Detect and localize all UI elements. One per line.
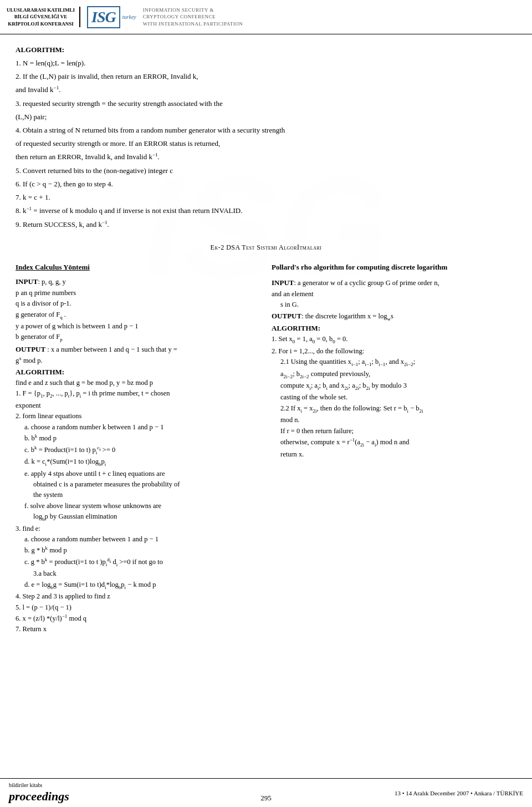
input-label: INPUT <box>16 277 38 286</box>
title-turkish: ULUSLARARASI KATILIMLI BİLGİ GÜVENLİĞİ V… <box>7 7 80 28</box>
footer-page-number: 295 <box>260 794 272 803</box>
algo-item-4b: of requested security strength or more. … <box>16 138 516 149</box>
left-algo-3c2: 3.a back <box>16 569 260 579</box>
algo-item-1: 1. N = len(q);L = len(p). <box>16 58 516 69</box>
left-algo-2: 2. form linear equations <box>16 411 260 422</box>
left-input-line: INPUT: p, q, g, y <box>16 276 260 287</box>
right-algo-1: 1. Set x0 = 1, a0 = 0, b0 = 0. <box>272 334 516 346</box>
footer-proceedings: proceedings <box>9 789 69 805</box>
output-label: OUTPUT <box>16 345 45 353</box>
right-algo-2: 2. For i = 1,2..., do the following: <box>272 346 516 357</box>
algo-item-3: 3. requested security strength = the sec… <box>16 98 516 109</box>
left-column: Index Calculus Yöntemi INPUT: p, q, g, y… <box>16 262 260 635</box>
right-output-label: OUTPUT <box>272 312 301 320</box>
right-input-line2: and an element <box>272 289 516 300</box>
title-english: INFORMATION SECURITY & CRYPTOLOGY CONFER… <box>143 7 243 28</box>
left-algo-6: 6. x = (z/l) *(y/l)−1 mod q <box>16 613 260 625</box>
ek2-section-heading: Ek-2 DSA Test Sistemi Algorİtmalari <box>16 243 516 252</box>
right-heading: Pollard's rho algorithm for computing di… <box>272 262 516 273</box>
algo-item-2b: and Invalid k−1. <box>16 84 516 95</box>
left-algo-2d: d. k = ci*(Sum(i=1 to t)logbpi <box>16 456 260 468</box>
isg-turkey: turkey <box>122 14 136 20</box>
right-algo-2-1d: casting of the whole set. <box>272 392 516 403</box>
page-footer: bildiriler kitabı proceedings 295 13 • 1… <box>0 778 532 807</box>
left-algo-2c: c. bk = Product(i=1 to t) pici >= 0 <box>16 444 260 457</box>
left-subsection-title: Index Calculus Yöntemi <box>16 262 260 273</box>
left-output-line: OUTPUT : x a number between 1 and q − 1 … <box>16 344 260 355</box>
algo-item-8: 8. k−1 = inverse of k modulo q and if in… <box>16 205 516 216</box>
left-algo-2f: f. solve above linear system whose unkno… <box>16 501 260 511</box>
left-algo-2b: b. bk mod p <box>16 433 260 444</box>
footer-right: 13 • 14 Aralık December 2007 • Ankara / … <box>395 790 523 796</box>
footer-month-en: December 2007 <box>430 790 469 796</box>
left-input-item-5: b generator of Fp <box>16 332 260 343</box>
left-input-item-4: y a power of g which is between 1 and p … <box>16 321 260 332</box>
right-output-line: OUTPUT: the discrete logarithm x = logws <box>272 311 516 323</box>
page-header: ULUSLARARASI KATILIMLI BİLGİ GÜVENLİĞİ V… <box>0 0 532 34</box>
left-algo-1: 1. F = {p1, p2, ..., pt}, pi = i th prim… <box>16 388 260 400</box>
algo-item-4c: then return an ERROR, Invalid k, and Inv… <box>16 151 516 163</box>
left-algo-find: find e and z such that g = be mod p, y =… <box>16 378 260 388</box>
main-content: ALGORITHM: 1. N = len(q);L = len(p). 2. … <box>0 34 532 679</box>
left-algo-2e3: the system <box>16 490 260 500</box>
left-algo-4: 4. Step 2 and 3 is applied to find z <box>16 591 260 602</box>
left-algo-7: 7. Return x <box>16 624 260 635</box>
left-algo-2e2: obtained c is a parameter measures the p… <box>16 479 260 490</box>
isg-logo: ISG <box>87 6 120 28</box>
right-algo-otherwise: otherwise, compute x = r−1(a2i − ai) mod… <box>272 437 516 449</box>
algo-item-4: 4. Obtain a string of N returned bits fr… <box>16 125 516 136</box>
left-algo-1b: exponent <box>16 400 260 411</box>
footer-label: bildiriler kitabı <box>9 781 69 789</box>
left-input-item-3: g generator of Fq . <box>16 309 260 321</box>
left-algo-label: ALGORITHM: <box>16 367 260 378</box>
left-algo-2a: a. choose a random number k between 1 an… <box>16 422 260 433</box>
algo-heading: ALGORITHM: <box>16 45 64 54</box>
left-input-item-2: q is a divisor of p-1. <box>16 298 260 309</box>
left-algo-3c: c. g * bk = product(i=1 to t )pidi di >=… <box>16 556 260 569</box>
right-algo-2-1c: compute xi; ai; bi and x2i; a2i; b2i by … <box>272 380 516 392</box>
left-algo-3a: a. choose a random number between 1 and … <box>16 534 260 545</box>
right-algo-2-1: 2.1 Using the quantities xi−1; ai−1; bi−… <box>272 357 516 368</box>
right-input-line: INPUT: a generator w of a cyclic group G… <box>272 277 516 288</box>
footer-left: bildiriler kitabı proceedings <box>9 781 69 805</box>
left-algo-3b: b. g * bk mod p <box>16 545 260 556</box>
left-algo-2f2: logbp by Gaussian elimination <box>16 511 260 523</box>
right-algo-return: return x. <box>272 449 516 460</box>
algorithm-section: ALGORITHM: 1. N = len(q);L = len(p). 2. … <box>16 44 516 230</box>
left-algo-3: 3. find e: <box>16 524 260 534</box>
right-algo-label: ALGORITHM: <box>272 323 516 334</box>
right-algo-if: If r = 0 then return failure; <box>272 426 516 437</box>
algo-item-3b: (L,N) pair; <box>16 111 516 123</box>
left-input-item-1: p an q prime numbers <box>16 288 260 298</box>
left-output-line2: gx mod p. <box>16 355 260 367</box>
right-input-label: INPUT <box>272 278 294 287</box>
two-col-section: Index Calculus Yöntemi INPUT: p, q, g, y… <box>16 262 516 635</box>
right-algo-2-1b: a2i−2; b2i−2 computed previously, <box>272 369 516 380</box>
algo-item-9: 9. Return SUCCESS, k, and k−1. <box>16 219 516 230</box>
footer-date: 13 • 14 Aralık <box>395 790 429 796</box>
header-left: ULUSLARARASI KATILIMLI BİLGİ GÜVENLİĞİ V… <box>7 6 243 28</box>
right-algo-2-2: 2.2 If xi = x2i, then do the following: … <box>272 403 516 415</box>
right-algo-2-2b: mod n. <box>272 415 516 425</box>
right-column: Pollard's rho algorithm for computing di… <box>272 262 516 635</box>
algo-item-7: 7. k = c + 1. <box>16 192 516 203</box>
left-algo-2e: e. apply 4 stps above until t + c lineq … <box>16 469 260 479</box>
ek2-section-title-container: Ek-2 DSA Test Sistemi Algorİtmalari <box>16 243 516 252</box>
algo-item-6: 6. If (c > q − 2), then go to step 4. <box>16 179 516 190</box>
left-algo-3d: d. e = logbg = Sum(i=1 to t)di*logbpi − … <box>16 580 260 591</box>
left-algo-5: 5. l = (p − 1)/(q − 1) <box>16 602 260 613</box>
algo-item-2: 2. If the (L,N) pair is invalid, then re… <box>16 71 516 82</box>
algo-item-5: 5. Convert returned bits to the (non-neg… <box>16 165 516 176</box>
right-input-s: s in G. <box>272 300 516 310</box>
footer-location: Ankara / TÜRKİYE <box>474 790 523 796</box>
